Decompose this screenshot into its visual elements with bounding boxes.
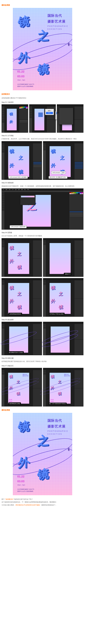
ai-window-3: 文件编辑对象文字选择效果视图窗口帮助 之 Ctrl/Command + 贴贴到后… (2, 188, 83, 230)
ai-panels (33, 324, 42, 355)
step-02-label: Step 02 文字拼贴 (2, 134, 85, 137)
annotation-faster-effect: 这种效果做起来更加快 (8, 313, 22, 315)
step-05-label: Step 05 描边效果 (2, 318, 85, 321)
step-04-row-a: 镜 之 外 镜 调整好尺寸 (0, 238, 85, 277)
ai-toolbar (2, 106, 5, 132)
tool-icon (30, 116, 32, 118)
ai-canvas: 镜 之 外 镜 Ctrl/Command + 下移动 留出负空间，防止重叠后看不… (46, 143, 74, 180)
mini-date: 01.2203.03 (51, 399, 54, 402)
ai-panels (19, 106, 28, 132)
swatches-grid (19, 107, 28, 108)
swatch (19, 108, 20, 108)
ai-canvas: 之 Ctrl/Command + 贴贴到后置 (5, 192, 69, 230)
mini-char: 镜 (10, 244, 14, 252)
ai-canvas: 镜 之 外 镜 这种效果做起来更加快 (5, 280, 33, 316)
layer-row (69, 212, 83, 214)
tool-icon (2, 114, 4, 116)
panel-swatches (69, 192, 83, 211)
closing-line-1: 那个 (2, 498, 5, 500)
ai-panels (74, 280, 83, 316)
tool-icon (2, 148, 4, 150)
gradient-panel (20, 195, 36, 205)
ai-panels (69, 192, 83, 230)
mini-char: 镜 (10, 147, 14, 155)
tool-icon (2, 200, 4, 202)
mini-char: 外 (51, 297, 55, 305)
panel (74, 258, 83, 277)
mini-subtitle: 国际当代摄影艺术展 (23, 374, 28, 376)
ai-canvas: 变换(T) 3D(3) 凸出和斜角(E)... 绕转(R)... 旋转(O)..… (32, 106, 47, 132)
ai-artboard (35, 109, 44, 130)
tool-icon (43, 280, 46, 282)
menu-item-3d: 3D(3) (46, 112, 53, 114)
tool-icon (2, 195, 4, 197)
ai-optionbar (2, 190, 83, 192)
panel (74, 143, 83, 162)
swatch (24, 108, 25, 108)
ai-panels (74, 324, 83, 355)
panel (74, 280, 83, 298)
ai-window-2a: 镜 之 外 镜 Ctrl/Command+Shift+G 取消编组 (2, 141, 42, 180)
tool-icon (2, 121, 4, 123)
swatch (23, 108, 24, 108)
tool-icon (2, 192, 4, 194)
swatch (71, 192, 73, 193)
panel-layers (69, 211, 83, 230)
annotation-finish: 首选：在外小面面积里用于手册完成 (48, 403, 67, 405)
swatch (25, 107, 26, 108)
ai-toolbar (2, 192, 5, 230)
poster-address-line1: 北京市朝阳区建国门大街17号 (17, 84, 34, 85)
poster-date-block: 01.22 03.03 10am ↓ 6pm (17, 69, 25, 81)
tool-icon (43, 370, 46, 372)
layer-row (19, 121, 28, 122)
poster-right-vertical-text: 预设好的人物模 (67, 41, 70, 44)
closing-highlight-2: 《用AI制作永不过时的3D立体字海报》 (14, 504, 41, 506)
ai-canvas: 镜 之 外 镜 国际当代摄影艺术展 01.2203.03 最后再恢是加上排版 (5, 370, 33, 406)
tool-icon (2, 116, 4, 118)
swatch (27, 108, 28, 108)
tool-icon (2, 324, 4, 326)
ai-window-5b (43, 322, 83, 355)
tool-icon (43, 144, 46, 146)
tool-icon (2, 280, 4, 282)
ai-window-4c: 镜 之 外 镜 这种效果做起来更加快 (2, 278, 42, 317)
menu-item: 变换(T) (46, 110, 53, 112)
ai-menubar (57, 104, 83, 106)
ai-panels (33, 143, 42, 180)
poster-final: 国际当代 摄影艺术展 PHOTOGRAPHIC EXHIBITION 预设好的人… (13, 413, 72, 495)
ai-artboard-grid: 镜 之 外 镜 国际当代摄影艺术展 01.2203.03 (8, 373, 29, 404)
tool-icon (2, 240, 4, 243)
swatch (73, 192, 74, 193)
ai-menubar (2, 141, 42, 143)
swatch (76, 193, 78, 194)
step-06-desc: 处理都是用的属于某种描边的小色，因为它的用了同样的小色并做 (2, 360, 83, 363)
swatch (78, 193, 79, 194)
tool-icon (43, 148, 46, 150)
step-07-label: Step 07 排版交互 (2, 365, 85, 367)
poster-char-2: 之 (37, 29, 49, 42)
panel (74, 298, 83, 316)
panel (33, 280, 42, 298)
poster-char-2: 之 (37, 434, 49, 447)
layer-row (33, 164, 42, 166)
step-05-row: 表白调整好它的大小之角度 (0, 322, 85, 355)
layer-row (75, 166, 83, 167)
poster-address-line2: 国家中心山庄-记者发博物馆 (17, 490, 33, 492)
tool-icon (2, 243, 4, 245)
ai-menubar (29, 104, 56, 106)
ai-toolbar (2, 143, 5, 180)
ai-artboard-grid: 镜 之 外 镜 国际当代摄影艺术展 01.2203.03 (50, 373, 70, 404)
layer-row (69, 215, 83, 217)
menubar-item: 视图 (21, 189, 23, 190)
step-06-label: Step 06 装饰元素 (2, 357, 85, 360)
poster-char-4: 镜 (37, 467, 49, 480)
mini-char: 之 (17, 250, 22, 258)
poster-date-2: 03.03 (17, 479, 25, 484)
step-03-row: 文件编辑对象文字选择效果视图窗口帮助 之 Ctrl/Command + 贴贴到后… (0, 188, 85, 230)
mini-char: 镜 (59, 303, 63, 311)
mini-char: 之 (60, 154, 65, 162)
tool-icon (2, 144, 4, 146)
poster-address: 北京市朝阳区建国门大街17号 国家中心山庄-记者发博物馆 (17, 83, 34, 88)
ai-menubar (2, 322, 42, 324)
tool-icon (2, 118, 4, 120)
